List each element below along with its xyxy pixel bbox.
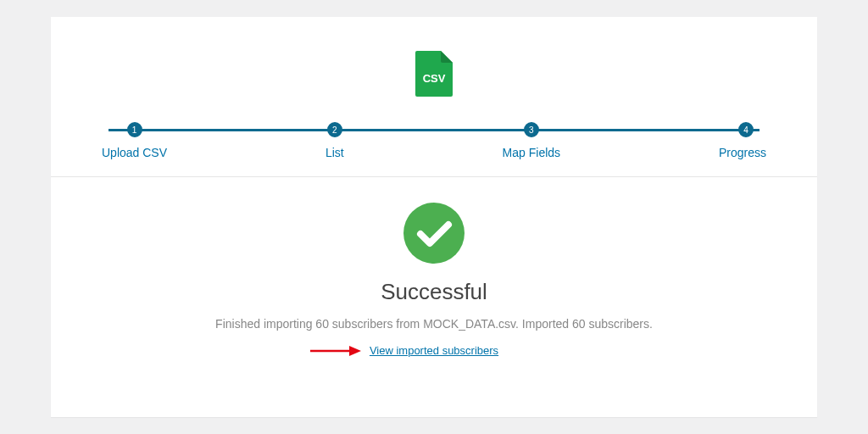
- step-label: Map Fields: [503, 146, 560, 159]
- success-icon-wrap: [102, 203, 766, 264]
- check-circle-icon: [403, 203, 465, 264]
- import-card: CSV 1 Upload CSV 2 List 3 Map Fields 4 P…: [51, 17, 817, 417]
- step-list[interactable]: 2 List: [326, 122, 344, 159]
- result-title: Successful: [102, 279, 766, 305]
- link-wrap: View imported subscribers: [370, 342, 498, 358]
- svg-marker-2: [349, 346, 361, 356]
- result-section: Successful Finished importing 60 subscri…: [51, 177, 817, 383]
- step-dot: 3: [524, 122, 539, 137]
- step-label: Progress: [719, 146, 766, 159]
- stepper-section: CSV 1 Upload CSV 2 List 3 Map Fields 4 P…: [51, 17, 817, 177]
- step-map-fields[interactable]: 3 Map Fields: [503, 122, 560, 159]
- step-dot: 2: [327, 122, 342, 137]
- step-num: 4: [743, 125, 748, 135]
- view-imported-subscribers-link[interactable]: View imported subscribers: [370, 344, 498, 357]
- step-num: 1: [132, 125, 137, 135]
- csv-icon-wrap: CSV: [102, 51, 766, 97]
- step-num: 3: [529, 125, 534, 135]
- csv-file-icon: CSV: [415, 51, 453, 97]
- step-label: Upload CSV: [102, 146, 167, 159]
- annotation-arrow-icon: [310, 344, 361, 358]
- stepper-line: [108, 129, 760, 131]
- step-label: List: [326, 146, 344, 159]
- csv-icon-text: CSV: [423, 72, 446, 85]
- stepper: 1 Upload CSV 2 List 3 Map Fields 4 Progr…: [102, 122, 766, 159]
- step-upload-csv[interactable]: 1 Upload CSV: [102, 122, 167, 159]
- step-num: 2: [332, 125, 337, 135]
- svg-point-0: [403, 203, 465, 264]
- step-dot: 4: [738, 122, 754, 137]
- step-dot: 1: [127, 122, 142, 137]
- step-progress[interactable]: 4 Progress: [719, 122, 766, 159]
- result-message: Finished importing 60 subscribers from M…: [102, 317, 766, 331]
